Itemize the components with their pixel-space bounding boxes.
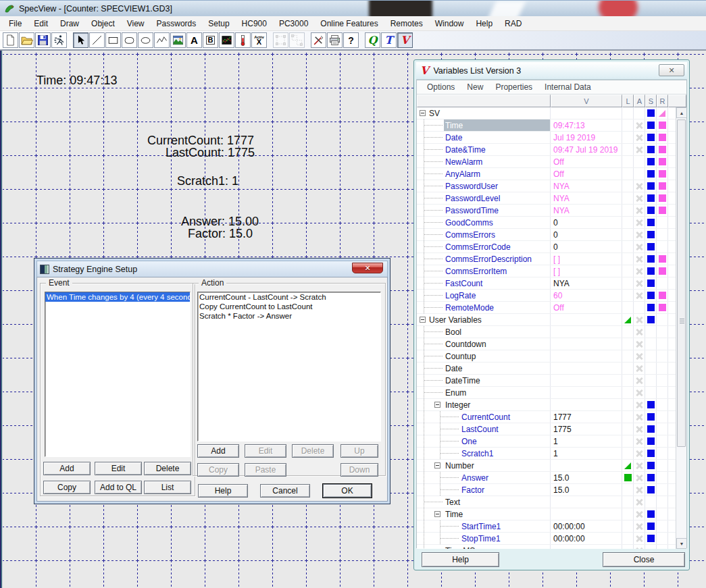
scrollbar-thumb[interactable]	[677, 119, 686, 447]
row-label-box[interactable]: CommsErrorCode	[444, 241, 550, 252]
scroll-up-icon[interactable]: ▲	[676, 107, 686, 118]
expand-collapse-box[interactable]	[420, 110, 426, 116]
variables-list-button[interactable]: V	[397, 32, 413, 48]
action-list-item[interactable]: CurrentCount - LastCount -> Scratch	[198, 292, 380, 302]
row-label-box[interactable]: Number	[444, 460, 550, 471]
expand-collapse-box[interactable]	[434, 462, 440, 469]
var-row-newalarm[interactable]: NewAlarmOff	[417, 156, 686, 168]
dialog-ok-button[interactable]: OK	[323, 484, 372, 498]
var-row-commserrorcode[interactable]: CommsErrorCode0	[417, 241, 686, 253]
action-list-item[interactable]: Copy CurrentCount to LastCount	[198, 302, 380, 311]
runtime-toggle-button[interactable]	[51, 32, 67, 48]
row-label-box[interactable]: GoodComms	[444, 217, 550, 228]
row-label-box[interactable]: PasswordLevel	[444, 192, 550, 204]
var-row-commserroritem[interactable]: CommsErrorItem[ ]	[417, 265, 686, 277]
menu-item-object[interactable]: Object	[85, 17, 121, 30]
var-row-user-variables[interactable]: User Variables	[417, 314, 686, 326]
row-label-box[interactable]: Countdown	[444, 338, 550, 350]
varwin-title-bar[interactable]: V Variables List Version 3 ✕	[416, 62, 687, 80]
open-file-button[interactable]	[19, 32, 34, 48]
new-file-button[interactable]	[3, 32, 18, 48]
row-label-box[interactable]: AnyAlarm	[444, 168, 550, 180]
canvas-text-time[interactable]: Time: 09:47:13	[36, 74, 117, 88]
canvas-text-last-count[interactable]: LastCount: 1775	[166, 146, 255, 160]
var-row-integer[interactable]: Integer	[417, 399, 686, 411]
canvas-text-scratch1[interactable]: Scratch1: 1	[177, 174, 238, 188]
scrollbar[interactable]: ▲ ▼	[676, 107, 686, 549]
column-header-name[interactable]	[417, 95, 551, 107]
row-label-box[interactable]: StartTime1	[460, 520, 550, 532]
event-edit-button[interactable]: Edit	[95, 462, 142, 475]
menu-item-rad[interactable]: RAD	[499, 17, 528, 30]
row-label-box[interactable]: Time	[444, 119, 550, 131]
var-row-anyalarm[interactable]: AnyAlarmOff	[417, 168, 686, 180]
row-label-box[interactable]: LogRate	[444, 290, 550, 301]
help-button[interactable]: ?	[343, 32, 359, 48]
quick-charts-button[interactable]: Q	[365, 32, 380, 48]
var-row-date-time[interactable]: Date&Time09:47 Jul 19 2019	[417, 144, 686, 156]
var-row-lastcount[interactable]: LastCount1775	[417, 423, 686, 435]
menu-item-pc3000[interactable]: PC3000	[273, 17, 314, 30]
row-label-box[interactable]: Date&Time	[444, 144, 550, 155]
var-row-sv[interactable]: SV	[417, 107, 686, 119]
row-label-box[interactable]: DateTime	[444, 375, 550, 386]
row-label-box[interactable]: RemoteMode	[444, 302, 550, 313]
ellipse-tool-button[interactable]	[138, 32, 153, 48]
varwin-menu-new[interactable]: New	[461, 81, 489, 93]
var-row-enum[interactable]: Enum	[417, 387, 686, 399]
var-row-fastcount[interactable]: FastCountNYA	[417, 277, 686, 290]
row-label-box[interactable]: Scratch1	[460, 448, 550, 459]
var-row-date[interactable]: Date	[417, 363, 686, 375]
expand-collapse-box[interactable]	[434, 402, 440, 408]
var-row-one[interactable]: One1	[417, 435, 686, 448]
var-row-remotemode[interactable]: RemoteModeOff	[417, 302, 686, 314]
menu-item-remotes[interactable]: Remotes	[384, 17, 429, 30]
row-label-box[interactable]: Time	[444, 508, 550, 520]
dialog-help-button[interactable]: Help	[198, 484, 248, 498]
row-label-box[interactable]: CommsErrorItem	[444, 265, 550, 277]
column-header-r[interactable]: R	[657, 95, 668, 107]
activex-tool-button[interactable]: ActivX	[251, 32, 267, 48]
column-header-a[interactable]: A	[634, 95, 645, 107]
canvas-text-factor[interactable]: Factor: 15.0	[188, 227, 253, 241]
dialog-title-bar[interactable]: Strategy Engine Setup ✕	[36, 261, 388, 277]
row-label-box[interactable]: One	[460, 435, 550, 447]
bar-indicator-tool-button[interactable]	[235, 32, 251, 48]
var-row-number[interactable]: Number	[417, 460, 686, 472]
row-label-box[interactable]: PasswordTime	[444, 205, 550, 216]
row-label-box[interactable]: Countup	[444, 350, 550, 362]
menu-item-file[interactable]: File	[3, 17, 28, 30]
var-row-stoptime1[interactable]: StopTime100:00:00	[417, 533, 686, 545]
row-label-box[interactable]: FastCount	[444, 277, 550, 289]
row-label-box[interactable]: Answer	[460, 472, 550, 483]
var-row-countup[interactable]: Countup	[417, 350, 686, 363]
row-label-box[interactable]: StopTime1	[460, 533, 550, 544]
polyline-tool-button[interactable]	[154, 32, 170, 48]
row-label-box[interactable]: LastCount	[460, 423, 550, 435]
var-row-time[interactable]: Time	[417, 508, 686, 520]
var-row-scratch1[interactable]: Scratch11	[417, 448, 686, 460]
var-row-countdown[interactable]: Countdown	[417, 338, 686, 350]
menu-item-online-features[interactable]: Online Features	[314, 17, 384, 30]
line-tool-button[interactable]	[89, 32, 105, 48]
button-tool-button[interactable]: B	[203, 32, 218, 48]
event-add-to-ql-button[interactable]: Add to QL	[95, 481, 142, 494]
column-header-v[interactable]: V	[551, 95, 622, 107]
row-label-box[interactable]: Bool	[444, 326, 550, 338]
trends-button[interactable]: T	[381, 32, 397, 48]
expand-collapse-box[interactable]	[420, 317, 426, 323]
dialog-cancel-button[interactable]: Cancel	[260, 484, 310, 498]
row-label-box[interactable]: CommsErrors	[444, 229, 550, 240]
var-row-commserrordescription[interactable]: CommsErrorDescription[ ]	[417, 253, 686, 265]
event-list-item[interactable]: When Time changes by 4 (every 4 seconds)	[45, 292, 190, 302]
varwin-menu-internal-data[interactable]: Internal Data	[538, 81, 597, 93]
row-label-box[interactable]: Enum	[444, 387, 550, 398]
event-list-button[interactable]: List	[144, 481, 191, 494]
row-label-box[interactable]: Integer	[444, 399, 550, 410]
var-row-starttime1[interactable]: StartTime100:00:00	[417, 520, 686, 533]
image-tool-button[interactable]	[170, 32, 186, 48]
rounded-rectangle-tool-button[interactable]	[122, 32, 137, 48]
row-label-box[interactable]: SV	[428, 107, 550, 119]
varwin-menu-properties[interactable]: Properties	[489, 81, 538, 93]
var-row-answer[interactable]: Answer15.0	[417, 472, 686, 484]
